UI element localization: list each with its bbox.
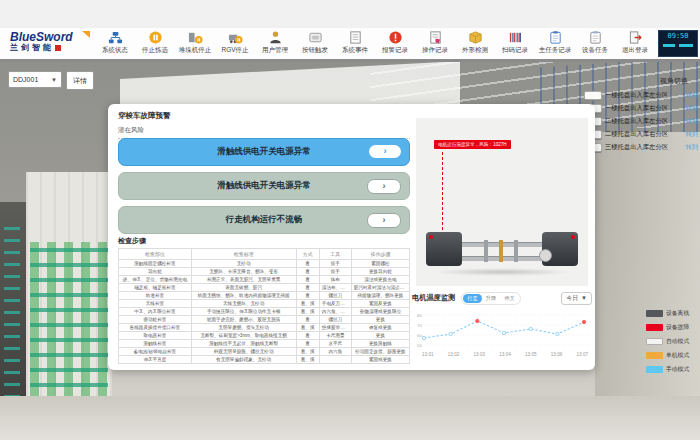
- chart-tab-行走[interactable]: 行走: [463, 294, 482, 303]
- chart-tab-group: 行走升降伸叉: [461, 292, 521, 305]
- alarm-icon: [388, 30, 403, 45]
- table-cell: 无断裂、碳刷宽度>3mm、取电器线缆无损: [191, 332, 296, 340]
- view-label: 二楼托盘出入库右分区: [605, 130, 668, 139]
- logo-seal-icon: [55, 45, 61, 51]
- window-top-strip: [0, 0, 700, 28]
- goto-link[interactable]: 转到: [685, 104, 698, 113]
- view-label: 一楼托盘出入库右分区: [605, 104, 668, 113]
- barcode-icon: [508, 30, 523, 45]
- legend-item: 手动模式: [646, 362, 689, 376]
- bluesword-logo: BlueSword 兰剑智能: [10, 31, 100, 53]
- risk-banner-label: 行走机构运行不流畅: [226, 214, 303, 226]
- scene-floor: [0, 396, 700, 440]
- table-cell: 看、摸: [296, 324, 319, 332]
- toolbar-item-RGV停止[interactable]: RGV停止: [215, 30, 255, 60]
- table-cell: 清洁布、毛刷: [319, 284, 351, 292]
- risk-banner-arrow-pill[interactable]: ›: [367, 213, 401, 228]
- toolbar-item-label: RGV停止: [221, 46, 248, 55]
- table-cell: 螺丝刀: [319, 316, 351, 324]
- toolbar-item-设备任务[interactable]: 设备任务: [575, 30, 615, 60]
- table-cell: 表面无破损、脏污: [191, 284, 296, 292]
- clock-display: 09:50: [658, 30, 698, 57]
- toolbar-item-操作记录[interactable]: 操作记录: [415, 30, 455, 60]
- table-cell: 无松动: [191, 260, 296, 268]
- device-select[interactable]: DDJ001 ▼: [8, 71, 62, 88]
- table-cell: 看: [296, 276, 319, 284]
- device-status-legend: 设备离线设备故障自动模式单机模式手动模式: [646, 306, 689, 376]
- table-cell: 伸叉平直度: [119, 356, 192, 364]
- view-switcher-item: 一楼托盘出入库左分区转到: [584, 89, 698, 102]
- risk-banner-label: 滑触线供电开关电源异常: [217, 146, 311, 158]
- legend-label: 设备离线: [666, 309, 689, 318]
- goto-link[interactable]: 转到: [685, 117, 698, 126]
- table-cell: 滑触线固定螺栓检查: [119, 260, 192, 268]
- legend-swatch: [646, 352, 663, 359]
- table-row: 天线检查天线无损坏、无松动看、摸手电及万用表紧固及更换: [119, 300, 410, 308]
- button-trigger-icon: [308, 30, 323, 45]
- toolbar-item-报警记录[interactable]: 报警记录: [375, 30, 415, 60]
- view-switcher-title: 视角切换: [584, 76, 698, 86]
- table-cell: 看: [296, 268, 319, 276]
- view-switcher-item: 一楼托盘出入库右分区转到: [584, 102, 698, 115]
- stacker-stop-icon: [188, 30, 203, 45]
- toolbar-item-停止拣选[interactable]: 停止拣选: [135, 30, 175, 60]
- logout-icon: [628, 30, 643, 45]
- logo-flag-icon: [82, 31, 90, 38]
- legend-item: 设备离线: [646, 306, 689, 320]
- table-cell: 卡尺测量: [319, 332, 351, 340]
- chart-range-select[interactable]: 今日 ▼: [561, 292, 592, 305]
- risk-banner[interactable]: 滑触线供电开关电源异常›: [118, 138, 410, 166]
- toolbar-item-按钮触发[interactable]: 按钮触发: [295, 30, 335, 60]
- svg-text:50: 50: [417, 343, 422, 348]
- goto-link[interactable]: 转到: [685, 143, 698, 152]
- table-cell: 手动撞压限位、伸叉限位动作无卡顿: [191, 308, 296, 316]
- table-cell: 看: [296, 292, 319, 300]
- chart-tab-伸叉[interactable]: 伸叉: [500, 294, 519, 303]
- table-cell: 螺丝刀: [319, 292, 351, 300]
- toolbar-item-用户管理[interactable]: 用户管理: [255, 30, 295, 60]
- svg-text:80: 80: [417, 313, 422, 318]
- toolbar-item-label: 系统状态: [102, 46, 128, 55]
- view-label: 一楼托盘出入库左分区: [605, 91, 668, 100]
- clipboard-blue-icon: [548, 30, 563, 45]
- table-cell: 无明显磨损、接头无松动: [191, 324, 296, 332]
- table-cell: 扳手: [319, 268, 351, 276]
- legend-item: 设备故障: [646, 320, 689, 334]
- toolbar-item-堆垛机停止[interactable]: 堆垛机停止: [175, 30, 215, 60]
- legend-swatch: [646, 366, 663, 373]
- toolbar-item-label: 用户管理: [262, 46, 288, 55]
- table-cell: 外观无明显膨胀、螺丝无松动: [191, 348, 296, 356]
- table-cell: 看: [296, 284, 319, 292]
- pause-circle-icon: [148, 30, 163, 45]
- risk-banner-arrow-pill[interactable]: ›: [369, 145, 401, 158]
- table-header-cell: 操作步骤: [351, 249, 409, 260]
- risk-banner[interactable]: 滑触线供电开关电源异常›: [118, 172, 410, 200]
- risk-banner[interactable]: 行走机构运行不流畅›: [118, 206, 410, 234]
- table-cell: 清洁或更换光电: [351, 276, 409, 284]
- toolbar-item-退出登录[interactable]: 退出登录: [615, 30, 655, 60]
- table-row: 端足板、端足板检查表面无破损、脏污看清洁布、毛刷脏污时及时清洁与清运、破损更换: [119, 284, 410, 292]
- risk-banner-arrow-pill[interactable]: ›: [367, 179, 401, 194]
- table-cell: 内六角: [319, 348, 351, 356]
- toolbar-item-label: 系统事件: [342, 46, 368, 55]
- toolbar-item-系统事件[interactable]: 系统事件: [335, 30, 375, 60]
- chart-tab-升降[interactable]: 升降: [482, 294, 501, 303]
- toolbar-item-系统状态[interactable]: 系统状态: [95, 30, 135, 60]
- detail-button[interactable]: 详情: [66, 71, 94, 90]
- fault-warning-dialog: 穿梭车故障预警 潜在风险 滑触线供电开关电源异常›滑触线供电开关电源异常›行走机…: [108, 104, 595, 370]
- table-header-cell: 检查标准: [191, 249, 296, 260]
- goto-link[interactable]: 转到: [685, 130, 698, 139]
- callout-leader-line: [442, 152, 443, 240]
- toolbar-item-扫码记录[interactable]: 扫码记录: [495, 30, 535, 60]
- view-switcher-item: 二楼托盘出入库左分区转到: [584, 115, 698, 128]
- main-toolbar: BlueSword 兰剑智能 系统状态停止拣选堆垛机停止RGV停止用户管理按钮触…: [0, 28, 700, 62]
- table-cell: 紧固螺栓: [351, 260, 409, 268]
- table-row: 伸叉平直度有无明显偏斜现象、无松动看、摸紧固或更换: [119, 356, 410, 364]
- view-switcher: 视角切换 一楼托盘出入库左分区转到一楼托盘出入库右分区转到二楼托盘出入库左分区转…: [584, 76, 698, 154]
- table-cell: 轨面无锈蚀、损坏、轨道内残留物清理无残留: [191, 292, 296, 300]
- legend-label: 单机模式: [666, 351, 689, 360]
- toolbar-item-外形检测[interactable]: 外形检测: [455, 30, 495, 60]
- table-header-cell: 工具: [319, 249, 351, 260]
- goto-link[interactable]: 转到: [685, 91, 698, 100]
- toolbar-item-主任务记录[interactable]: 主任务记录: [535, 30, 575, 60]
